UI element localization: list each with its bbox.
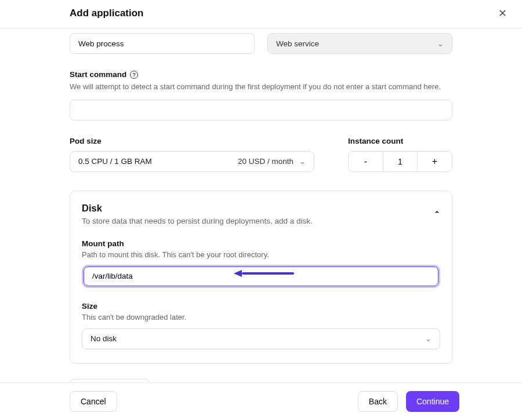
process-type-value: Web service bbox=[276, 39, 319, 48]
disk-panel: Disk To store data that needs to persist… bbox=[70, 191, 452, 364]
chevron-down-icon: ⌄ bbox=[437, 39, 444, 48]
size-value: No disk bbox=[90, 334, 117, 343]
pod-size-select[interactable]: 0.5 CPU / 1 GB RAM 20 USD / month ⌄ bbox=[70, 151, 314, 172]
chevron-up-icon[interactable]: ⌃ bbox=[434, 203, 440, 218]
help-icon[interactable]: ? bbox=[130, 71, 138, 79]
mount-path-label: Mount path bbox=[82, 239, 440, 248]
pod-size-label: Pod size bbox=[70, 137, 314, 145]
start-command-label: Start command ? bbox=[70, 70, 452, 79]
cancel-button[interactable]: Cancel bbox=[70, 391, 117, 412]
decrement-button[interactable]: - bbox=[349, 152, 383, 171]
process-name-input[interactable]: Web process bbox=[70, 33, 255, 54]
annotation-arrow-icon bbox=[234, 270, 294, 277]
mount-path-helper: Path to mount this disk. This can't be y… bbox=[82, 250, 440, 259]
pod-size-value: 0.5 CPU / 1 GB RAM bbox=[78, 157, 152, 166]
size-helper: This can't be downgraded later. bbox=[82, 313, 440, 322]
modal-content: Web process Web service ⌄ Start command … bbox=[0, 28, 522, 384]
modal-title: Add application bbox=[70, 8, 144, 19]
instance-count-label: Instance count bbox=[348, 137, 452, 145]
chevron-down-icon: ⌄ bbox=[425, 334, 432, 343]
continue-button[interactable]: Continue bbox=[406, 391, 459, 412]
disk-helper: To store data that needs to persist duri… bbox=[82, 217, 313, 225]
instance-count-stepper: - + bbox=[348, 151, 452, 172]
increment-button[interactable]: + bbox=[418, 152, 452, 171]
modal-header: Add application ✕ bbox=[0, 0, 522, 28]
process-name-value: Web process bbox=[78, 39, 124, 48]
chevron-down-icon: ⌄ bbox=[299, 157, 306, 166]
modal-footer: Cancel Back Continue bbox=[0, 382, 522, 420]
process-type-select[interactable]: Web service ⌄ bbox=[267, 33, 452, 54]
size-label: Size bbox=[82, 302, 440, 311]
start-command-input[interactable] bbox=[70, 100, 452, 120]
size-select[interactable]: No disk ⌄ bbox=[82, 328, 440, 349]
disk-title: Disk bbox=[82, 203, 313, 214]
start-command-helper: We will attempt to detect a start comman… bbox=[70, 82, 452, 93]
instance-count-input[interactable] bbox=[383, 152, 418, 171]
close-icon[interactable]: ✕ bbox=[495, 7, 510, 20]
pod-size-price: 20 USD / month bbox=[238, 157, 293, 166]
back-button[interactable]: Back bbox=[358, 391, 398, 412]
